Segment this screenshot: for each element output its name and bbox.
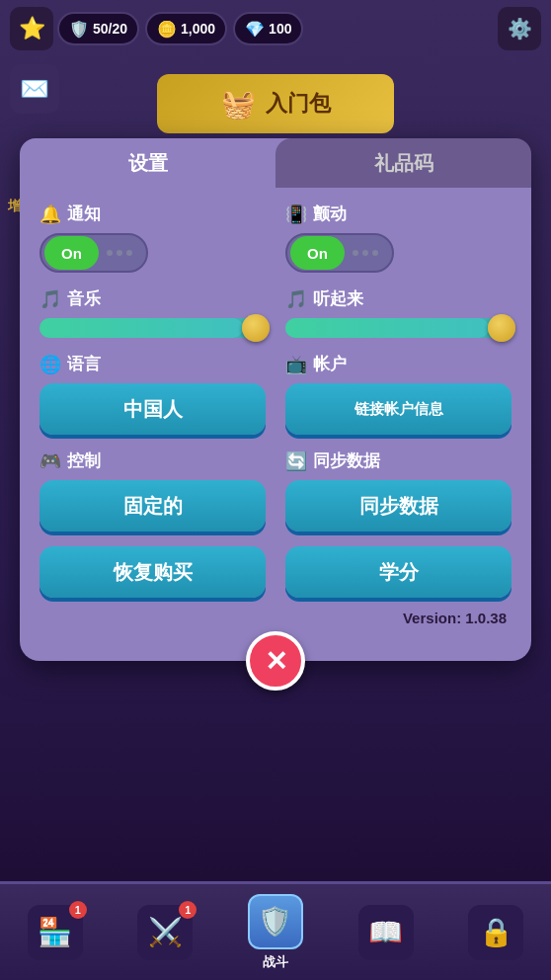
- shop-icon-box: 🏪 1: [28, 905, 83, 960]
- dot2: [362, 250, 368, 256]
- account-label: 📺 帐户: [285, 353, 512, 375]
- basket-icon: 🧺: [221, 88, 256, 121]
- music-setting: 🎵 音乐: [39, 287, 266, 338]
- gem-value: 100: [269, 21, 291, 37]
- coin-resource[interactable]: 🪙 1,000: [145, 12, 227, 45]
- account-setting: 📺 帐户 链接帐户信息: [285, 353, 512, 435]
- dot3: [126, 250, 132, 256]
- toggle-dots-left: [99, 250, 140, 256]
- vibrate-icon: 📳: [285, 204, 307, 225]
- battle-icon: 🛡️: [258, 905, 292, 938]
- account-button[interactable]: 链接帐户信息: [285, 383, 512, 435]
- lock-icon: 🔒: [479, 916, 513, 948]
- version-text: Version: 1.0.38: [39, 610, 512, 626]
- nav-item-battle[interactable]: 🛡️ 战斗: [248, 894, 303, 971]
- top-bar-left: ⭐ 🛡️ 50/20 🪙 1,000 💎 100: [10, 7, 303, 50]
- restore-button[interactable]: 恢复购买: [39, 546, 266, 598]
- settings-modal: 设置 礼品码 🔔 通知 On: [20, 138, 531, 661]
- tab-giftcode[interactable]: 礼品码: [276, 138, 531, 188]
- settings-grid: 🔔 通知 On 📳 颤动: [39, 203, 512, 531]
- star-icon: ⭐: [19, 16, 45, 41]
- dot2: [117, 250, 122, 256]
- intro-banner[interactable]: 🧺 入门包: [157, 74, 394, 133]
- notification-toggle[interactable]: On: [39, 233, 148, 273]
- bell-icon: 🔔: [39, 204, 61, 225]
- music-slider-thumb: [242, 314, 270, 342]
- hero-badge: 1: [179, 901, 197, 919]
- star-icon-box: ⭐: [10, 7, 53, 50]
- sound-slider-fill: [285, 318, 489, 338]
- bottom-buttons: 恢复购买 学分: [39, 546, 512, 598]
- resources-container: 🛡️ 50/20 🪙 1,000 💎 100: [57, 12, 303, 45]
- notification-setting: 🔔 通知 On: [39, 203, 266, 273]
- vibrate-setting: 📳 颤动 On: [285, 203, 512, 273]
- globe-icon: 🌐: [39, 354, 61, 375]
- control-setting: 🎮 控制 固定的: [39, 449, 266, 531]
- nav-item-lock[interactable]: 🔒: [468, 905, 523, 960]
- dot3: [372, 250, 378, 256]
- shield-resource[interactable]: 🛡️ 50/20: [57, 12, 139, 45]
- music-icon: 🎵: [39, 288, 61, 310]
- language-setting: 🌐 语言 中国人: [39, 353, 266, 435]
- lock-icon-box: 🔒: [468, 905, 523, 960]
- modal-content: 🔔 通知 On 📳 颤动: [20, 188, 531, 641]
- music-label: 🎵 音乐: [39, 287, 266, 310]
- sync-icon: 🔄: [285, 450, 307, 472]
- notification-toggle-on: On: [44, 236, 99, 270]
- sync-setting: 🔄 同步数据 同步数据: [285, 449, 512, 531]
- battle-icon-box: 🛡️: [248, 894, 303, 949]
- sound-slider-thumb: [488, 314, 515, 342]
- sync-button[interactable]: 同步数据: [285, 480, 512, 531]
- hero-icon: ⚔️: [148, 916, 183, 948]
- hero-icon-box: ⚔️ 1: [137, 905, 193, 960]
- music-slider-fill: [39, 318, 243, 338]
- control-label: 🎮 控制: [39, 449, 266, 472]
- mail-icon: ✉️: [20, 75, 49, 103]
- book-icon: 📖: [368, 916, 403, 948]
- sound-label: 🎵 听起来: [285, 287, 512, 310]
- toggle-dots-right: [345, 250, 386, 256]
- top-bar: ⭐ 🛡️ 50/20 🪙 1,000 💎 100 ⚙️: [0, 0, 551, 57]
- nav-item-book[interactable]: 📖: [358, 905, 414, 960]
- close-icon: ✕: [265, 645, 287, 678]
- settings-icon: ⚙️: [508, 17, 532, 41]
- notification-label: 🔔 通知: [39, 203, 266, 225]
- shield-icon: 🛡️: [69, 20, 89, 39]
- control-button[interactable]: 固定的: [39, 480, 266, 531]
- dot1: [107, 250, 113, 256]
- tabs-container: 设置 礼品码: [20, 138, 531, 188]
- sync-label: 🔄 同步数据: [285, 449, 512, 472]
- vibrate-toggle[interactable]: On: [285, 233, 394, 273]
- intro-text: 入门包: [266, 89, 331, 119]
- tab-settings-label: 设置: [128, 150, 168, 177]
- tab-settings[interactable]: 设置: [20, 138, 276, 188]
- vibrate-toggle-on: On: [290, 236, 345, 270]
- gem-resource[interactable]: 💎 100: [233, 12, 303, 45]
- mail-button[interactable]: ✉️: [10, 64, 59, 114]
- tab-giftcode-label: 礼品码: [374, 150, 433, 177]
- sound-slider[interactable]: [285, 318, 512, 338]
- nav-item-hero[interactable]: ⚔️ 1: [137, 905, 193, 960]
- dot1: [353, 250, 358, 256]
- coin-icon: 🪙: [157, 20, 177, 39]
- close-button[interactable]: ✕: [246, 631, 305, 691]
- coin-value: 1,000: [181, 21, 215, 37]
- shield-value: 50/20: [93, 21, 127, 37]
- shop-badge: 1: [69, 901, 87, 919]
- bottom-nav: 🏪 1 ⚔️ 1 🛡️ 战斗 📖 🔒: [0, 881, 551, 980]
- music-slider[interactable]: [39, 318, 266, 338]
- shop-icon: 🏪: [38, 916, 72, 948]
- account-icon: 📺: [285, 354, 307, 375]
- language-label: 🌐 语言: [39, 353, 266, 375]
- book-icon-box: 📖: [358, 905, 414, 960]
- nav-item-shop[interactable]: 🏪 1: [28, 905, 83, 960]
- sound-setting: 🎵 听起来: [285, 287, 512, 338]
- control-icon: 🎮: [39, 450, 61, 472]
- settings-icon-box[interactable]: ⚙️: [498, 7, 541, 50]
- vibrate-label: 📳 颤动: [285, 203, 512, 225]
- language-button[interactable]: 中国人: [39, 383, 266, 435]
- battle-label: 战斗: [263, 953, 288, 971]
- credits-button[interactable]: 学分: [285, 546, 512, 598]
- sound-icon: 🎵: [285, 288, 307, 310]
- gem-icon: 💎: [245, 20, 265, 39]
